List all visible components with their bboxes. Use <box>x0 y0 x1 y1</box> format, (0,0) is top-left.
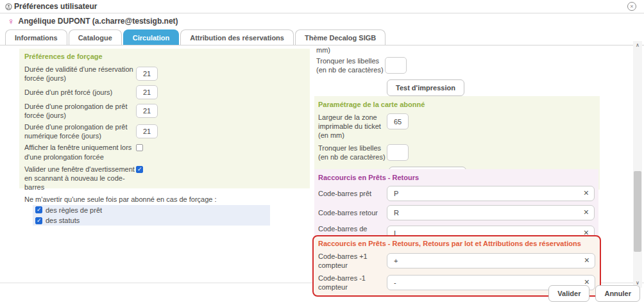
female-gender-icon: ♀ <box>8 16 15 26</box>
clear-icon[interactable]: × <box>584 256 589 265</box>
barcode-retour-input[interactable] <box>387 205 595 220</box>
carte-abonne-title: Paramétrage de la carte abonné <box>318 101 596 108</box>
field-row: Code-barres prêt × <box>318 186 595 201</box>
tab-content-circulation: Préférences de forçage Durée de validité… <box>0 45 644 283</box>
warn-option-label: des statuts <box>46 216 80 225</box>
field-row: Durée d'un prêt forcé (jours) <box>24 85 305 99</box>
field-row: Tronquer les libelles (en nb de caractèr… <box>318 144 596 161</box>
shortcuts-counter-title: Raccourcis en Prêts - Retours, Retours p… <box>318 240 595 247</box>
field-label: Tronquer les libelles (en nb de caractèr… <box>316 56 385 74</box>
user-name: Angélique DUPONT (a.charre@testsigb.net) <box>19 17 178 26</box>
card-width-input[interactable] <box>387 113 409 129</box>
dialog-titlebar: Préférences utilisateur <box>0 0 644 13</box>
clipped-label: mm) <box>316 45 598 54</box>
warn-option-row: ✓ des règles de prêt <box>33 205 270 215</box>
clear-icon[interactable]: × <box>584 208 589 217</box>
tab-attribution-reservations[interactable]: Attribution des réservations <box>180 29 294 45</box>
field-label: Code-barres prêt <box>318 189 387 198</box>
tab-circulation[interactable]: Circulation <box>123 29 179 45</box>
tab-bar: Informations Catalogue Circulation Attri… <box>5 29 644 45</box>
cancel-button[interactable]: Annuler <box>595 285 640 302</box>
tab-catalogue[interactable]: Catalogue <box>69 29 122 45</box>
preferences-icon <box>5 3 12 10</box>
field-label: Tronquer les libelles (en nb de caractèr… <box>318 144 387 161</box>
field-label: Durée d'une prolongation de prêt numériq… <box>24 122 136 140</box>
field-label: Durée de validité d'une réservation forc… <box>24 65 136 83</box>
prolongation-forcee-duration-input[interactable] <box>136 104 158 118</box>
field-label: Durée d'un prêt forcé (jours) <box>24 88 136 97</box>
clear-icon[interactable]: × <box>584 188 589 197</box>
ticket-print-section-clipped: mm) Tronquer les libelles (en nb de cara… <box>316 45 598 99</box>
vertical-scrollbar[interactable]: ∧ ∨ <box>633 41 642 288</box>
warn-option-row: ✓ des statuts <box>33 215 270 226</box>
scrollbar-thumb[interactable] <box>634 171 641 252</box>
checkbox-row: Afficher la fenêtre uniquement lors d'un… <box>24 143 305 161</box>
validate-button[interactable]: Valider <box>548 285 589 302</box>
field-row: Durée d'une prolongation de prêt numériq… <box>24 122 305 140</box>
pret-force-duration-input[interactable] <box>136 85 158 99</box>
dialog-title: Préférences utilisateur <box>14 2 97 11</box>
field-label: Largeur de la zone imprimable du ticket … <box>318 113 387 140</box>
field-row: Code-barres +1 compteur × <box>318 252 595 270</box>
tab-informations[interactable]: Informations <box>5 29 67 45</box>
user-line: ♀ Angélique DUPONT (a.charre@testsigb.ne… <box>8 16 178 26</box>
field-row: Durée de validité d'une réservation forc… <box>24 65 305 83</box>
field-label: Code-barres +1 compteur <box>318 252 387 270</box>
barcode-pret-input[interactable] <box>387 186 595 201</box>
test-print-button[interactable]: Test d'impression <box>387 79 464 96</box>
forcage-section-title: Préférences de forçage <box>24 53 305 60</box>
shortcuts-loans-title: Raccourcis en Prêts - Retours <box>318 174 595 181</box>
field-row: Durée d'une prolongation de prêt forcée … <box>24 102 305 120</box>
regles-pret-checkbox[interactable]: ✓ <box>35 206 42 213</box>
field-row: Largeur de la zone imprimable du ticket … <box>318 113 596 140</box>
ticket-truncate-input[interactable] <box>385 57 407 74</box>
dialog-footer: Valider Annuler <box>548 285 640 302</box>
checkbox-label: Valider une fenêtre d'avertissement en s… <box>24 165 136 192</box>
close-icon[interactable]: × <box>627 2 636 11</box>
afficher-fenetre-checkbox[interactable]: ✓ <box>136 144 143 151</box>
tab-theme-decalog[interactable]: Thème Decalog SIGB <box>295 29 386 45</box>
forcage-section: Préférences de forçage Durée de validité… <box>19 49 310 188</box>
card-truncate-input[interactable] <box>387 144 409 161</box>
warn-once-label: Ne m'avertir qu'une seule fois par abonn… <box>24 195 305 204</box>
preferences-dialog: Préférences utilisateur × ♀ Angélique DU… <box>0 0 644 305</box>
field-label: Durée d'une prolongation de prêt forcée … <box>24 102 136 120</box>
checkbox-label: Afficher la fenêtre uniquement lors d'un… <box>24 143 136 161</box>
barcode-plus-one-input[interactable] <box>387 253 595 268</box>
warn-option-label: des règles de prêt <box>46 206 102 215</box>
field-row: Code-barres retour × <box>318 205 595 220</box>
valider-fenetre-checkbox[interactable]: ✓ <box>136 166 143 173</box>
field-label: Code-barres retour <box>318 208 387 217</box>
field-row: Tronquer les libelles (en nb de caractèr… <box>316 56 598 74</box>
checkbox-row: Valider une fenêtre d'avertissement en s… <box>24 165 305 192</box>
statuts-checkbox[interactable]: ✓ <box>35 217 42 224</box>
reservation-forcee-duration-input[interactable] <box>136 67 158 81</box>
scroll-up-icon[interactable]: ∧ <box>633 41 642 50</box>
prolongation-numerique-duration-input[interactable] <box>136 124 158 138</box>
field-label: Code-barres -1 compteur <box>318 274 387 292</box>
